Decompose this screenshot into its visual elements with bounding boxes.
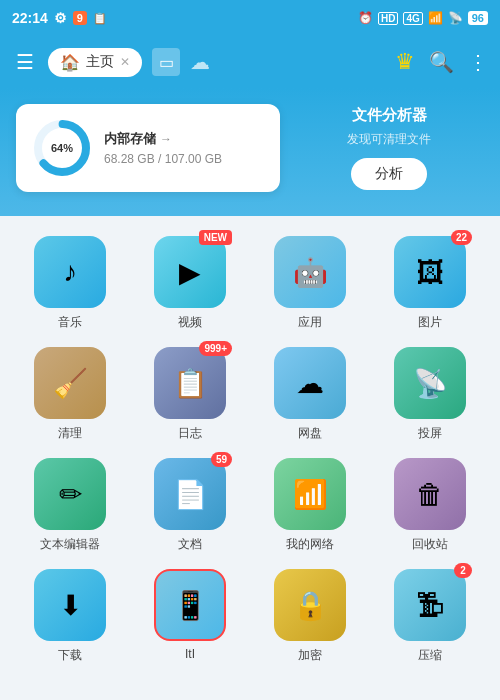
icon-wrap-download: ⬇ — [34, 569, 106, 641]
video-icon: ▶ — [154, 236, 226, 308]
app-item-lock[interactable]: 🔒加密 — [252, 565, 368, 668]
analyzer-subtitle: 发现可清理文件 — [347, 131, 431, 148]
tab-label: 主页 — [86, 53, 114, 71]
app-item-log[interactable]: 📋999+日志 — [132, 343, 248, 446]
cast-icon: 📡 — [394, 347, 466, 419]
storage-percent: 64% — [51, 142, 73, 154]
status-bar: 22:14 ⚙ 9 📋 ⏰ HD 4G 📶 📡 96 — [0, 0, 500, 36]
sim-icon: 📋 — [93, 12, 107, 25]
icon-wrap-phone: 📱 — [154, 569, 226, 641]
icon-wrap-network: 📶 — [274, 458, 346, 530]
phone-icon: 📱 — [154, 569, 226, 641]
toolbar: ☰ 🏠 主页 ✕ ▭ ☁ ♛ 🔍 ⋮ — [0, 36, 500, 88]
alarm-icon: ⏰ — [358, 11, 373, 25]
more-button[interactable]: ⋮ — [468, 50, 488, 74]
video-label: 视频 — [178, 314, 202, 331]
app-item-cloud[interactable]: ☁网盘 — [252, 343, 368, 446]
icon-wrap-zip: 🗜2 — [394, 569, 466, 641]
clean-icon: 🧹 — [34, 347, 106, 419]
storage-info: 内部存储 → 68.28 GB / 107.00 GB — [104, 130, 264, 166]
app-item-doc[interactable]: 📄59文档 — [132, 454, 248, 557]
signal-bars-icon: 📶 — [428, 11, 443, 25]
app-item-network[interactable]: 📶我的网络 — [252, 454, 368, 557]
icon-wrap-video: ▶NEW — [154, 236, 226, 308]
storage-size-text: 68.28 GB / 107.00 GB — [104, 152, 264, 166]
home-tab[interactable]: 🏠 主页 ✕ — [48, 48, 142, 77]
app-item-phone[interactable]: 📱ItI — [132, 565, 248, 668]
app-item-app[interactable]: 🤖应用 — [252, 232, 368, 335]
text-icon: ✏ — [34, 458, 106, 530]
icon-wrap-cloud: ☁ — [274, 347, 346, 419]
status-time-area: 22:14 ⚙ 9 📋 — [12, 10, 107, 26]
music-icon: ♪ — [34, 236, 106, 308]
app-item-trash[interactable]: 🗑回收站 — [372, 454, 488, 557]
icon-wrap-photo: 🖼22 — [394, 236, 466, 308]
app-grid-area: ♪音乐▶NEW视频🤖应用🖼22图片🧹清理📋999+日志☁网盘📡投屏✏文本编辑器📄… — [0, 216, 500, 565]
signal-4g-icon: 4G — [403, 12, 422, 25]
cloud-icon: ☁ — [190, 50, 210, 74]
app-item-clean[interactable]: 🧹清理 — [12, 343, 128, 446]
app-item-zip[interactable]: 🗜2压缩 — [372, 565, 488, 668]
icon-wrap-clean: 🧹 — [34, 347, 106, 419]
icon-wrap-text: ✏ — [34, 458, 106, 530]
status-time: 22:14 — [12, 10, 48, 26]
cloud-icon: ☁ — [274, 347, 346, 419]
analyzer-title: 文件分析器 — [352, 106, 427, 125]
zip-label: 压缩 — [418, 647, 442, 664]
tab-add-button[interactable]: ▭ — [152, 48, 180, 76]
app-icon: 🤖 — [274, 236, 346, 308]
app-item-music[interactable]: ♪音乐 — [12, 232, 128, 335]
home-icon: 🏠 — [60, 53, 80, 72]
toolbar-actions: ♛ 🔍 ⋮ — [395, 49, 488, 75]
video-badge: NEW — [199, 230, 232, 245]
icon-wrap-lock: 🔒 — [274, 569, 346, 641]
zip-icon: 🗜 — [394, 569, 466, 641]
storage-title-text: 内部存储 — [104, 130, 156, 148]
app-item-photo[interactable]: 🖼22图片 — [372, 232, 488, 335]
cast-label: 投屏 — [418, 425, 442, 442]
app-item-download[interactable]: ⬇下载 — [12, 565, 128, 668]
crown-button[interactable]: ♛ — [395, 49, 415, 75]
search-button[interactable]: 🔍 — [429, 50, 454, 74]
storage-donut-chart: 64% — [32, 118, 92, 178]
menu-button[interactable]: ☰ — [12, 46, 38, 78]
zip-badge: 2 — [454, 563, 472, 578]
photo-badge: 22 — [451, 230, 472, 245]
network-icon: 📶 — [274, 458, 346, 530]
storage-arrow-icon: → — [160, 132, 172, 146]
icon-wrap-log: 📋999+ — [154, 347, 226, 419]
icon-wrap-doc: 📄59 — [154, 458, 226, 530]
music-label: 音乐 — [58, 314, 82, 331]
app-item-cast[interactable]: 📡投屏 — [372, 343, 488, 446]
trash-label: 回收站 — [412, 536, 448, 553]
photo-icon: 🖼 — [394, 236, 466, 308]
download-icon: ⬇ — [34, 569, 106, 641]
log-icon: 📋 — [154, 347, 226, 419]
app-label: 应用 — [298, 314, 322, 331]
clean-label: 清理 — [58, 425, 82, 442]
network-label: 我的网络 — [286, 536, 334, 553]
bottom-app-row: ⬇下载📱ItI🔒加密🗜2压缩 — [0, 565, 500, 676]
app-grid: ♪音乐▶NEW视频🤖应用🖼22图片🧹清理📋999+日志☁网盘📡投屏✏文本编辑器📄… — [12, 232, 488, 557]
log-label: 日志 — [178, 425, 202, 442]
wifi-icon: 📡 — [448, 11, 463, 25]
cloud-label: 网盘 — [298, 425, 322, 442]
doc-label: 文档 — [178, 536, 202, 553]
app-item-text[interactable]: ✏文本编辑器 — [12, 454, 128, 557]
analyze-button[interactable]: 分析 — [351, 158, 427, 190]
tab-close-button[interactable]: ✕ — [120, 55, 130, 69]
status-right-area: ⏰ HD 4G 📶 📡 96 — [358, 11, 488, 25]
notification-icon: 9 — [73, 11, 87, 25]
phone-label: ItI — [185, 647, 195, 661]
icon-wrap-app: 🤖 — [274, 236, 346, 308]
hd-icon: HD — [378, 12, 398, 25]
app-item-video[interactable]: ▶NEW视频 — [132, 232, 248, 335]
doc-badge: 59 — [211, 452, 232, 467]
text-label: 文本编辑器 — [40, 536, 100, 553]
battery-indicator: 96 — [468, 11, 488, 25]
icon-wrap-trash: 🗑 — [394, 458, 466, 530]
icon-wrap-music: ♪ — [34, 236, 106, 308]
icon-wrap-cast: 📡 — [394, 347, 466, 419]
doc-icon: 📄 — [154, 458, 226, 530]
storage-card[interactable]: 64% 内部存储 → 68.28 GB / 107.00 GB — [16, 104, 280, 192]
